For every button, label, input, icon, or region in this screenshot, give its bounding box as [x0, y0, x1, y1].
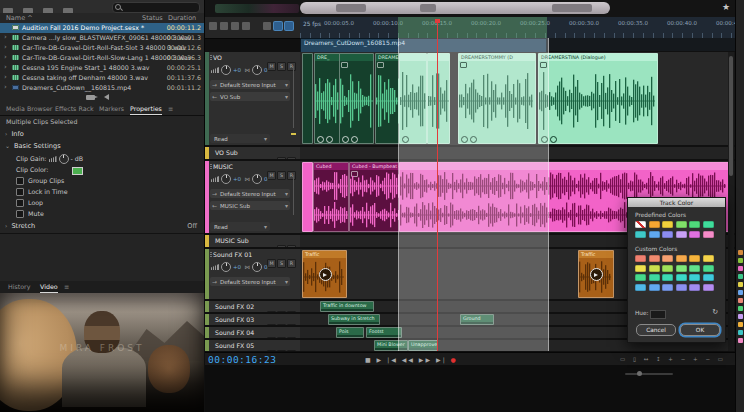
- automation-mode-select[interactable]: Read ▾: [210, 134, 270, 143]
- panel-tab-color[interactable]: [738, 306, 743, 311]
- selection-tool-icon[interactable]: [242, 22, 250, 30]
- color-swatch[interactable]: [662, 284, 673, 291]
- color-swatch[interactable]: [676, 221, 687, 228]
- muted-clip-icon[interactable]: [590, 268, 603, 281]
- solo-button[interactable]: S: [287, 245, 296, 247]
- track-header-music-sub[interactable]: MUSIC Sub MS: [205, 235, 301, 247]
- track-name[interactable]: Sound FX 01: [213, 251, 252, 258]
- clip-gain-knob[interactable]: [59, 154, 69, 164]
- panel-menu-icon[interactable]: ≡: [64, 283, 69, 290]
- track-color-strip[interactable]: [205, 52, 209, 145]
- expander-icon[interactable]: ›: [4, 33, 7, 41]
- panel-tab-color[interactable]: [738, 274, 743, 279]
- panel-tab-color[interactable]: [738, 250, 743, 255]
- arm-record-button[interactable]: R: [287, 337, 296, 338]
- mute-button[interactable]: M: [267, 337, 276, 338]
- track-fader[interactable]: [293, 175, 294, 215]
- audio-clip[interactable]: Cubed: [313, 162, 349, 232]
- output-selector[interactable]: ← MUSIC Sub ▾: [210, 201, 290, 210]
- mute-button[interactable]: M: [267, 171, 276, 180]
- color-swatch[interactable]: [689, 265, 700, 272]
- mute-checkbox[interactable]: [16, 210, 24, 218]
- arm-record-button[interactable]: R: [287, 350, 296, 351]
- audio-clip[interactable]: [302, 162, 313, 232]
- loop-checkbox[interactable]: [16, 199, 24, 207]
- color-swatch[interactable]: [689, 274, 700, 281]
- expander-icon[interactable]: ›: [4, 63, 7, 71]
- arm-record-button[interactable]: R: [287, 62, 296, 71]
- gain-handle[interactable]: [351, 136, 358, 143]
- move-tool-icon[interactable]: [209, 22, 217, 30]
- color-swatch[interactable]: [676, 284, 687, 291]
- fade-handle[interactable]: [317, 136, 324, 143]
- fader-thumb[interactable]: [291, 133, 296, 135]
- ok-button[interactable]: OK: [680, 324, 720, 336]
- solo-button[interactable]: S: [287, 157, 296, 159]
- audio-clip[interactable]: DREAMERSTINA (Dialogue): [538, 53, 658, 144]
- solo-button[interactable]: S: [277, 337, 286, 338]
- column-duration[interactable]: Duration: [168, 14, 196, 22]
- track-header-fx4[interactable]: Sound FX 04 MSR: [205, 327, 301, 338]
- file-row-session[interactable]: Audition Fall 2016 Demo Project.sesx * 0…: [0, 23, 204, 33]
- stop-button[interactable]: ■: [365, 356, 373, 363]
- audio-clip[interactable]: Traffic: [302, 250, 347, 298]
- audio-clip[interactable]: DRE_: [314, 53, 341, 144]
- track-color-strip[interactable]: [205, 301, 209, 312]
- panel-tab-color[interactable]: [738, 298, 743, 303]
- monitor-toggle-icon[interactable]: [285, 22, 293, 30]
- panel-tab-color[interactable]: [738, 282, 743, 287]
- arm-record-button[interactable]: R: [287, 259, 296, 268]
- column-name[interactable]: Name ^: [6, 14, 33, 22]
- audio-clip[interactable]: Pois: [336, 327, 364, 338]
- favorites-star-icon[interactable]: ★: [722, 2, 730, 12]
- track-color-strip[interactable]: [205, 147, 209, 159]
- scrollbar-thumb[interactable]: [729, 56, 733, 176]
- track-name[interactable]: VO: [213, 54, 222, 61]
- color-swatch[interactable]: [662, 265, 673, 272]
- output-selector[interactable]: ← VO Sub ▾: [210, 92, 290, 101]
- input-selector[interactable]: → Default Stereo Input ▾: [210, 277, 290, 286]
- muted-clip-icon[interactable]: [319, 268, 332, 281]
- fade-handle[interactable]: [342, 136, 349, 143]
- track-header-fx2[interactable]: Sound FX 02 MSR: [205, 301, 301, 312]
- track-color-strip[interactable]: [205, 249, 209, 299]
- color-swatch[interactable]: [703, 221, 714, 228]
- section-info[interactable]: ›Info: [5, 130, 24, 138]
- mute-button[interactable]: M: [267, 324, 276, 325]
- color-swatch[interactable]: [635, 274, 646, 281]
- color-swatch[interactable]: [662, 221, 673, 228]
- solo-button[interactable]: S: [277, 62, 286, 71]
- metronome-toggle-icon[interactable]: [274, 22, 282, 30]
- section-stretch[interactable]: ›Stretch Off: [5, 222, 201, 230]
- section-basic-settings[interactable]: ⌄Basic Settings: [5, 142, 61, 150]
- column-status[interactable]: Status: [142, 14, 163, 22]
- zoom-controls[interactable]: ▭ ▯ ↔ ↕ + − + − ▭: [620, 356, 726, 362]
- input-selector[interactable]: → Default Stereo Input ▾: [210, 189, 290, 198]
- track-header-music[interactable]: MUSIC MSR +0 ⋈0 → Default Stereo Input ▾…: [205, 161, 301, 233]
- razor-tool-icon[interactable]: [220, 22, 228, 30]
- track-name[interactable]: Sound FX 03: [215, 316, 254, 323]
- audio-clip[interactable]: [302, 53, 313, 144]
- solo-button[interactable]: S: [277, 171, 286, 180]
- color-swatch[interactable]: [676, 231, 687, 238]
- pan-knob[interactable]: [252, 262, 262, 272]
- mute-button[interactable]: M: [267, 311, 276, 312]
- file-row[interactable]: › Cessna taking off Denham 48000 3.wav 0…: [0, 73, 204, 83]
- color-swatch[interactable]: [649, 284, 660, 291]
- volume-knob[interactable]: [221, 65, 231, 75]
- skip-forward-button[interactable]: ▶|: [436, 356, 447, 363]
- color-swatch[interactable]: [703, 265, 714, 272]
- refresh-icon[interactable]: ↻: [712, 308, 718, 316]
- input-selector[interactable]: → Default Stereo Input ▾: [210, 80, 290, 89]
- color-swatch[interactable]: [635, 255, 646, 262]
- pan-knob[interactable]: [252, 174, 262, 184]
- record-button[interactable]: ●: [451, 356, 458, 363]
- zoom-slider[interactable]: [625, 373, 673, 375]
- file-row[interactable]: › Cessna 195 Engine Start_1 48000 3.wav …: [0, 63, 204, 73]
- group-clips-checkbox[interactable]: [16, 177, 24, 185]
- tab-properties[interactable]: Properties: [130, 105, 162, 115]
- automation-mode-select[interactable]: Read ▾: [210, 222, 270, 231]
- color-swatch[interactable]: [689, 284, 700, 291]
- cancel-button[interactable]: Cancel: [636, 324, 676, 336]
- tab-history[interactable]: History: [8, 283, 30, 290]
